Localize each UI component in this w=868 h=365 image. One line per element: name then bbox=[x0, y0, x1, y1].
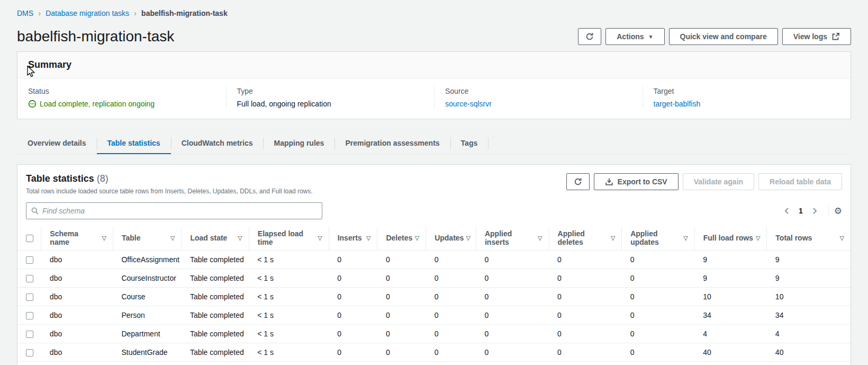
table-cell: < 1 s bbox=[249, 325, 329, 343]
table-cell: 40 bbox=[767, 343, 851, 362]
filter-icon[interactable]: ▽ bbox=[366, 235, 370, 242]
export-to-csv-button[interactable]: Export to CSV bbox=[594, 173, 679, 190]
row-checkbox[interactable] bbox=[26, 349, 33, 357]
column-header-label: Applied deletes bbox=[558, 229, 609, 246]
column-header-total-rows[interactable]: Total rows▽ bbox=[767, 226, 851, 251]
filter-icon[interactable]: ▽ bbox=[611, 235, 615, 242]
stats-refresh-button[interactable] bbox=[566, 173, 590, 190]
summary-field-source: Sourcesource-sqlsrvr bbox=[434, 86, 643, 108]
column-header-schema-name[interactable]: Schema name▽ bbox=[41, 226, 113, 251]
column-header-label: Total rows bbox=[775, 234, 812, 242]
table-cell: Table completed bbox=[182, 343, 249, 362]
table-body: dboOfficeAssignmentTable completed< 1 s0… bbox=[17, 251, 851, 362]
field-value-text: source-sqlsrvr bbox=[445, 100, 492, 108]
next-page-button[interactable] bbox=[808, 204, 821, 217]
column-header-load-state[interactable]: Load state▽ bbox=[182, 226, 249, 251]
column-header-table[interactable]: Table▽ bbox=[113, 226, 181, 251]
row-checkbox-cell bbox=[17, 251, 41, 269]
filter-icon[interactable]: ▽ bbox=[238, 235, 242, 242]
table-cell: StudentGrade bbox=[113, 343, 181, 362]
table-cell: 0 bbox=[549, 251, 622, 269]
filter-icon[interactable]: ▽ bbox=[170, 235, 175, 242]
table-cell: 0 bbox=[622, 343, 695, 362]
refresh-button[interactable] bbox=[578, 28, 601, 45]
table-cell: < 1 s bbox=[249, 343, 329, 362]
table-cell: CourseInstructor bbox=[113, 269, 181, 288]
summary-field-type: TypeFull load, ongoing replication bbox=[226, 86, 435, 108]
table-cell: 9 bbox=[694, 269, 767, 288]
column-header-label: Updates bbox=[435, 234, 464, 242]
table-statistics-table: Schema name▽Table▽Load state▽Elapsed loa… bbox=[17, 226, 851, 362]
table-cell: < 1 s bbox=[249, 288, 329, 306]
table-cell: 0 bbox=[549, 269, 622, 288]
view-logs-button[interactable]: View logs bbox=[782, 28, 851, 45]
column-header-inserts[interactable]: Inserts▽ bbox=[329, 226, 377, 251]
filter-icon[interactable]: ▽ bbox=[415, 235, 419, 242]
select-all-checkbox[interactable] bbox=[26, 235, 33, 242]
table-cell: 0 bbox=[377, 288, 426, 306]
row-checkbox[interactable] bbox=[26, 256, 33, 264]
table-cell: 0 bbox=[329, 325, 377, 343]
quick-view-and-compare-button[interactable]: Quick view and compare bbox=[669, 28, 778, 45]
field-value-text: Load complete, replication ongoing bbox=[40, 100, 155, 108]
reload-table-data-label: Reload table data bbox=[770, 177, 831, 186]
filter-icon[interactable]: ▽ bbox=[683, 235, 688, 242]
tab-overview-details[interactable]: Overview details bbox=[17, 134, 97, 154]
column-header-elapsed-load-time[interactable]: Elapsed load time▽ bbox=[249, 226, 329, 251]
table-cell: dbo bbox=[41, 288, 113, 306]
divider bbox=[828, 204, 829, 217]
previous-page-button[interactable] bbox=[781, 204, 793, 217]
export-to-csv-label: Export to CSV bbox=[618, 177, 667, 186]
tab-tags[interactable]: Tags bbox=[450, 134, 489, 154]
column-header-full-load-rows[interactable]: Full load rows▽ bbox=[694, 226, 767, 251]
field-value: Full load, ongoing replication bbox=[237, 100, 424, 108]
filter-icon[interactable]: ▽ bbox=[840, 235, 844, 242]
actions-button[interactable]: Actions ▼ bbox=[605, 28, 664, 45]
table-cell: 0 bbox=[426, 343, 476, 362]
breadcrumb-link[interactable]: DMS bbox=[17, 9, 33, 17]
tab-table-statistics[interactable]: Table statistics bbox=[97, 134, 171, 154]
filter-icon[interactable]: ▽ bbox=[538, 235, 542, 242]
gear-icon[interactable]: ⚙ bbox=[834, 207, 842, 216]
validate-again-button[interactable]: Validate again bbox=[683, 173, 754, 190]
column-header-label: Deletes bbox=[386, 234, 412, 242]
search-input[interactable] bbox=[42, 207, 318, 215]
reload-table-data-button[interactable]: Reload table data bbox=[758, 173, 842, 190]
filter-icon[interactable]: ▽ bbox=[756, 235, 760, 242]
resource-link[interactable]: source-sqlsrvr bbox=[445, 100, 632, 108]
filter-icon[interactable]: ▽ bbox=[318, 235, 322, 242]
table-cell: 9 bbox=[767, 269, 851, 288]
column-header-applied-deletes[interactable]: Applied deletes▽ bbox=[549, 226, 622, 251]
column-header-deletes[interactable]: Deletes▽ bbox=[377, 226, 426, 251]
actions-button-label: Actions bbox=[617, 32, 644, 41]
tab-cloudwatch-metrics[interactable]: CloudWatch metrics bbox=[171, 134, 264, 154]
row-checkbox[interactable] bbox=[26, 293, 33, 301]
table-cell: 0 bbox=[476, 306, 549, 325]
column-header-applied-updates[interactable]: Applied updates▽ bbox=[622, 226, 695, 251]
column-header-applied-inserts[interactable]: Applied inserts▽ bbox=[476, 226, 549, 251]
row-checkbox[interactable] bbox=[26, 312, 33, 319]
tab-premigration-assessments[interactable]: Premigration assessments bbox=[334, 134, 450, 154]
table-cell: Table completed bbox=[182, 269, 249, 288]
column-header-updates[interactable]: Updates▽ bbox=[426, 226, 476, 251]
breadcrumb-link[interactable]: Database migration tasks bbox=[46, 9, 129, 17]
filter-icon[interactable]: ▽ bbox=[466, 235, 470, 242]
table-cell: dbo bbox=[41, 343, 113, 362]
table-cell: 0 bbox=[377, 325, 426, 343]
column-header-label: Inserts bbox=[338, 234, 362, 242]
table-cell: 0 bbox=[329, 343, 377, 362]
summary-card-header: Summary bbox=[17, 52, 851, 78]
row-checkbox[interactable] bbox=[26, 331, 33, 338]
field-value-text: Full load, ongoing replication bbox=[237, 100, 331, 108]
table-cell: Department bbox=[113, 325, 181, 343]
table-cell: 0 bbox=[329, 306, 377, 325]
table-cell: Person bbox=[113, 306, 181, 325]
header-actions: Actions ▼ Quick view and compare View lo… bbox=[578, 28, 851, 45]
resource-link[interactable]: target-bablfish bbox=[654, 100, 840, 108]
row-checkbox[interactable] bbox=[26, 275, 33, 282]
tab-mapping-rules[interactable]: Mapping rules bbox=[263, 134, 334, 154]
quick-view-label: Quick view and compare bbox=[680, 32, 767, 41]
table-cell: dbo bbox=[41, 325, 113, 343]
filter-icon[interactable]: ▽ bbox=[102, 235, 106, 242]
table-cell: 0 bbox=[622, 251, 695, 269]
